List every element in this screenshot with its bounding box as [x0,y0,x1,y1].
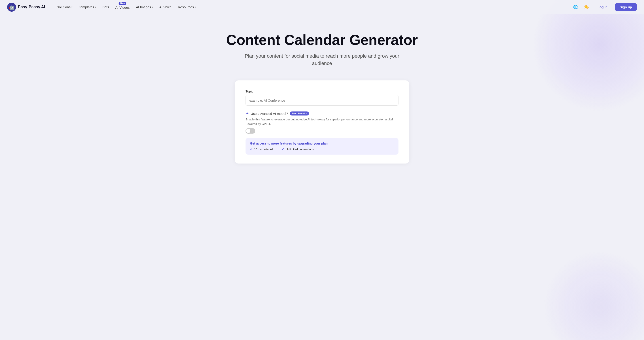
toggle-container [246,128,398,134]
sparkle-icon: ✦ [246,111,249,116]
upgrade-feature-2: ✓ Unlimited generations [282,147,314,151]
upgrade-features-list: ✓ 10x smarter AI ✓ Unlimited generations [250,147,394,151]
topic-label: Topic [246,89,398,93]
nav-ai-images[interactable]: AI Images ▾ [133,3,156,11]
ai-model-description: Enable this feature to leverage our cutt… [246,117,398,126]
theme-button[interactable]: ☀️ [582,3,590,11]
page-subtitle: Plan your content for social media to re… [244,52,400,67]
check-icon-1: ✓ [250,147,253,151]
logo-text: Easy-Peasy.AI [18,5,45,9]
login-button[interactable]: Log in [593,3,612,11]
best-results-badge: Best Results [290,111,309,115]
nav-actions: 🌐 ☀️ Log in Sign up [572,3,637,11]
form-card: Topic ✦ Use advanced AI model? Best Resu… [235,80,409,164]
topic-input[interactable] [246,95,398,106]
nav-templates[interactable]: Templates ▾ [76,3,98,11]
navbar: 🤖 Easy-Peasy.AI Solutions ▾ Templates ▾ … [0,0,644,14]
ai-model-header: ✦ Use advanced AI model? Best Results [246,111,398,116]
main-content: Content Calendar Generator Plan your con… [0,0,644,340]
logo[interactable]: 🤖 Easy-Peasy.AI [7,3,45,11]
upgrade-feature-label-2: Unlimited generations [286,148,314,151]
ai-model-label: Use advanced AI model? [251,112,288,115]
chevron-icon: ▾ [152,6,153,8]
nav-ai-videos[interactable]: New AI Videos [113,4,132,11]
upgrade-banner-title: Get access to more features by upgrading… [250,142,394,145]
nav-bots[interactable]: Bots [100,3,112,11]
page-title: Content Calendar Generator [226,32,418,48]
chevron-icon: ▾ [71,6,72,8]
upgrade-banner: Get access to more features by upgrading… [246,138,398,155]
check-icon-2: ✓ [282,147,284,151]
new-badge: New [119,2,126,5]
logo-icon: 🤖 [7,3,16,11]
ai-model-toggle[interactable] [246,128,255,134]
hero-section: Content Calendar Generator Plan your con… [222,14,422,76]
chevron-icon: ▾ [95,6,96,8]
upgrade-feature-1: ✓ 10x smarter AI [250,147,273,151]
nav-solutions[interactable]: Solutions ▾ [54,3,75,11]
nav-links: Solutions ▾ Templates ▾ Bots New AI Vide… [54,3,572,11]
topic-field-group: Topic [246,89,398,106]
upgrade-feature-label-1: 10x smarter AI [254,148,273,151]
globe-button[interactable]: 🌐 [572,3,580,11]
nav-resources[interactable]: Resources ▾ [175,3,198,11]
signup-button[interactable]: Sign up [615,3,637,11]
nav-ai-voice[interactable]: AI Voice [156,3,174,11]
chevron-icon: ▾ [195,6,196,8]
ai-model-section: ✦ Use advanced AI model? Best Results En… [246,111,398,134]
